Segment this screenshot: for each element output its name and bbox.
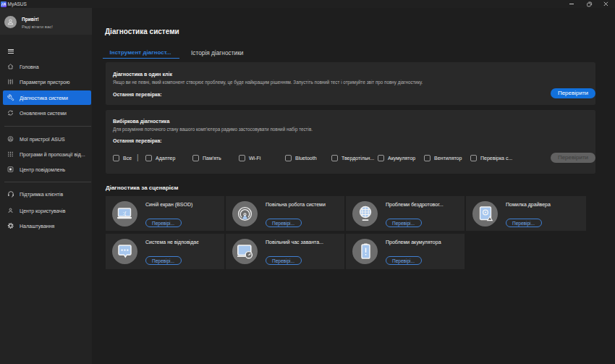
svg-text::(: :(	[123, 210, 127, 216]
